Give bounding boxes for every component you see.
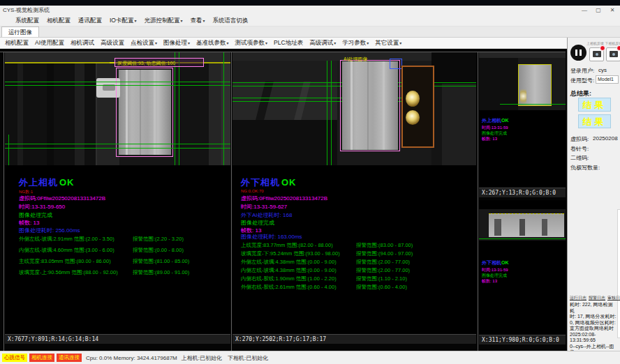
machine-structure — [221, 62, 230, 165]
title-bar: CYS-视觉检测系统 — [0, 6, 620, 15]
toolbar-item[interactable]: 其它设置▾ — [375, 39, 401, 47]
measurement-row: 玻璃宽度-下:95.24mm 范围:(93.00 - 98.00)报警范围:(9… — [241, 250, 471, 259]
alarm-range: 报警范围:(2.20 - 3.20) — [133, 236, 184, 247]
pixel-coordinate-bar: X:270;Y:2502;R:17;G:17;B:17 — [232, 334, 476, 344]
camera-feedback-button-lower[interactable] — [606, 47, 620, 61]
menu-item-label: 光源控制配置 — [145, 17, 180, 24]
time-text: 时间:13-31-59-650 — [19, 203, 65, 211]
menu-item-label: 查看 — [191, 17, 202, 24]
measurement-row: 内侧左线-玻璃:4.60mm 范围:(3.00 - 6.00)报警范围:(0.0… — [19, 247, 228, 258]
measure-line — [331, 61, 332, 165]
status-badge: 心跳信号 — [2, 354, 27, 362]
process-done-text: 图像处理完成 — [241, 219, 274, 227]
minimize-icon[interactable]: — — [578, 6, 591, 15]
camera-image-small-top[interactable] — [479, 52, 566, 110]
machine-structure — [479, 58, 518, 110]
toolbar-item-label: 相机配置 — [5, 39, 29, 46]
menu-item[interactable]: 通讯配置 — [78, 17, 102, 25]
measure-line — [8, 135, 9, 165]
menu-item-label: 通讯配置 — [78, 17, 102, 24]
log-line: 耗时: 222, 网络检测耗 — [570, 302, 617, 314]
measurement-row: 上线宽度:83.77mm 范围:(82.00 - 88.00)报警范围:(83.… — [241, 242, 471, 250]
menu-item-label: 系统语言切换 — [213, 17, 249, 24]
measurement-row: 玻璃宽度-上:90.56mm 范围:(88.00 - 92.00)报警范围:(8… — [19, 269, 228, 280]
measure-line — [5, 144, 230, 144]
measurement-row: 外侧左线-玻璃:2.91mm 范围:(2.00 - 3.50)报警范围:(2.2… — [19, 236, 228, 247]
menu-item[interactable]: 相机配置 — [47, 17, 71, 25]
log-tab[interactable]: 审核日志 — [607, 295, 620, 301]
overlay-info-line: 帧数: 13 — [482, 278, 497, 285]
machine-structure — [442, 84, 476, 165]
frame-count-text: 帧数: 13 — [19, 219, 39, 227]
measurement-value: 内侧左线-玻璃:4.60mm 范围:(3.00 - 6.00) — [19, 247, 133, 258]
measurement-value: 玻璃宽度-下:95.24mm 范围:(93.00 - 98.00) — [241, 250, 356, 259]
menu-item[interactable]: IO卡配置▾ — [110, 17, 137, 25]
ai-overlay-text: AI处理图像 — [344, 56, 368, 63]
toolbar-item-label: 图像处理 — [163, 39, 187, 46]
qr-code-label: 二维码: — [570, 154, 589, 162]
chevron-down-icon: ▾ — [155, 41, 157, 45]
log-tab[interactable]: 报警日志 — [589, 295, 605, 301]
ng-counter: NG:0,OK:70 — [241, 189, 264, 193]
model-input[interactable]: Model1 — [596, 75, 619, 84]
tab-run-image[interactable]: 运行图像 — [1, 26, 39, 37]
measure-line — [5, 85, 230, 86]
time-text: 时间:13-31-59-627 — [241, 203, 287, 211]
roi-box-small — [390, 59, 402, 69]
process-time-text: 图像处理耗时: 256.00ms — [19, 227, 80, 234]
camera-image-upper[interactable]: 灰度阈值:93, 动态阈值:100 — [5, 52, 230, 165]
threshold-overlay-box: 灰度阈值:93, 动态阈值:100 — [115, 58, 204, 67]
status-badge: 相机连接 — [29, 354, 54, 362]
main-area: 灰度阈值:93, 动态阈值:100 外上相机OK NG数:1 虚拟码:0FfIi… — [0, 49, 620, 351]
roi-box-orange — [401, 66, 434, 148]
toolbar-item[interactable]: 点检设置▾ — [131, 39, 157, 47]
menu-item[interactable]: 系统语言切换 — [213, 17, 249, 25]
app-window: CYS-视觉检测系统 — ▢ ✕ C 系统配置相机配置通讯配置IO卡配置▾光源控… — [0, 0, 620, 364]
measure-line — [175, 52, 175, 165]
measurement-value: 内侧右线-胶线:1.90mm 范围:(1.00 - 2.20) — [241, 275, 356, 284]
menu-item[interactable]: 查看▾ — [191, 17, 205, 25]
toolbar-item[interactable]: 图像处理▾ — [163, 39, 190, 47]
toolbar-item[interactable]: 相机调试 — [71, 39, 94, 47]
menu-item[interactable]: 系统配置 — [15, 17, 39, 25]
camera-image-small-bottom[interactable] — [479, 209, 566, 241]
control-panel: 上相机反馈 下相机反馈 登录用户: cys 使用型号: Model1 总结果: … — [567, 38, 620, 351]
measurement-row: 外侧左线-玻璃:4.38mm 范围:(0.00 - 9.00)报警范围:(2.0… — [241, 259, 471, 267]
camera-image-lower[interactable]: AI处理图像 — [232, 52, 476, 165]
menu-item[interactable]: 光源控制配置▾ — [145, 17, 183, 25]
alarm-range: 报警范围:(1.10 - 2.10) — [356, 275, 407, 284]
log-tab[interactable]: 运行日志 — [570, 295, 586, 301]
log-line: 时: 17, 网络分发耗时: — [570, 314, 617, 320]
toolbar-item[interactable]: AI使用配置 — [35, 39, 64, 47]
toolbar-item-label: 相机调试 — [71, 39, 94, 46]
winding-pin-label: 卷针号: — [570, 145, 589, 153]
led-reflection — [406, 91, 420, 107]
machine-structure — [75, 62, 84, 165]
toolbar-item[interactable]: 学习参数▾ — [342, 39, 369, 47]
toolbar-item-label: 学习参数 — [342, 39, 366, 46]
menu-item-label: 相机配置 — [47, 17, 71, 24]
maximize-icon[interactable]: ▢ — [592, 6, 605, 15]
pixel-coordinate-bar: X:311;Y:980;R:0;G:0;B:0 — [479, 335, 566, 344]
window-controls: — ▢ ✕ — [578, 6, 619, 15]
toolbar-item[interactable]: 基准线参数▾ — [196, 39, 229, 47]
measurement-row: 内侧右线-胶线:1.90mm 范围:(1.00 - 2.20)报警范围:(1.1… — [241, 275, 471, 284]
toolbar-item[interactable]: 高级调试▾ — [309, 39, 336, 47]
measurement-row: 主线宽度:83.05mm 范围:(80.00 - 86.00)报警范围:(81.… — [19, 258, 228, 269]
toolbar-item[interactable]: PLC地址表 — [274, 39, 303, 47]
pause-button[interactable] — [570, 45, 586, 61]
toolbar-item[interactable]: 高级设置 — [101, 39, 124, 47]
measure-line — [5, 82, 230, 82]
close-icon[interactable]: ✕ — [606, 6, 619, 15]
scrollbar[interactable] — [617, 209, 620, 338]
toolbar-item-label: 高级调试 — [309, 39, 333, 46]
toolbar-item[interactable]: 测试项参数▾ — [235, 39, 268, 47]
camera-result-title-small: 外下相机OK — [482, 259, 509, 266]
status-badges: 心跳信号相机连接通讯连接 — [2, 354, 82, 362]
camera-feedback-button-upper[interactable] — [589, 47, 604, 61]
process-done-text: 图像处理完成 — [19, 211, 52, 219]
status-bar: 心跳信号相机连接通讯连接 Cpu: 0.0% Memory: 3424.4179… — [0, 351, 620, 364]
texture — [542, 219, 547, 236]
camera-view-small-bottom: 外下相机OK 时间:13-31-59图像处理完成帧数: 13 X:311;Y:9… — [479, 200, 566, 344]
toolbar-item[interactable]: 相机配置 — [5, 39, 29, 47]
